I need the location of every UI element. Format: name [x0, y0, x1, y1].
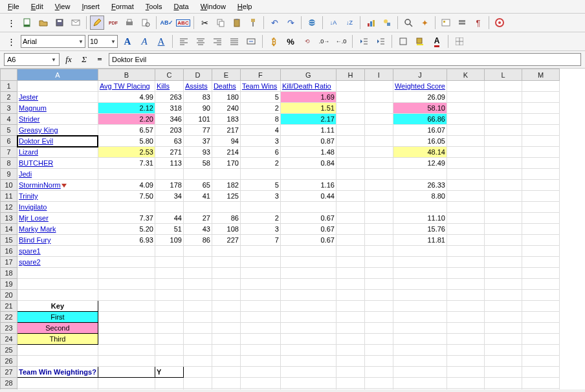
- col-header-E[interactable]: E: [212, 69, 240, 81]
- row-header-13[interactable]: 13: [1, 213, 17, 224]
- cell-I9[interactable]: [364, 169, 393, 180]
- player-Mjr Loser[interactable]: Mjr Loser: [17, 213, 98, 224]
- row-header-29[interactable]: 29: [1, 389, 17, 390]
- cell-F2[interactable]: 5: [240, 92, 280, 103]
- cell-E5[interactable]: 217: [212, 125, 240, 136]
- cell-G10[interactable]: 1.16: [280, 180, 336, 191]
- cell-D6[interactable]: 37: [183, 136, 212, 147]
- cell-E19[interactable]: [212, 279, 240, 290]
- cell-J2[interactable]: 26.09: [393, 92, 447, 103]
- cell-B2[interactable]: 4.99: [98, 92, 155, 103]
- italic-button[interactable]: A: [137, 34, 151, 49]
- header-L[interactable]: [484, 81, 522, 92]
- align-left-button[interactable]: [177, 34, 191, 49]
- cell-C16[interactable]: [155, 246, 183, 257]
- cell-B10[interactable]: 4.09: [98, 180, 155, 191]
- sort-desc-button[interactable]: ↓Z: [342, 16, 357, 30]
- cell-C9[interactable]: [155, 169, 183, 180]
- save-button[interactable]: [52, 16, 67, 30]
- cell-J28[interactable]: [393, 378, 447, 389]
- cell-E27[interactable]: [212, 367, 240, 378]
- cell-B17[interactable]: [98, 257, 155, 268]
- cell-L22[interactable]: [484, 312, 522, 323]
- cell-I23[interactable]: [364, 323, 393, 334]
- cell-C21[interactable]: [155, 301, 183, 312]
- cell-M17[interactable]: [522, 257, 559, 268]
- cell-M9[interactable]: [522, 169, 559, 180]
- cell-C22[interactable]: [155, 312, 183, 323]
- header-A[interactable]: [17, 81, 98, 92]
- cell-F15[interactable]: 7: [240, 235, 280, 246]
- cell-J18[interactable]: [393, 268, 447, 279]
- cell-F17[interactable]: [240, 257, 280, 268]
- cell-D19[interactable]: [183, 279, 212, 290]
- cell-F24[interactable]: [240, 334, 280, 345]
- menu-file[interactable]: File: [3, 1, 25, 12]
- cell-K28[interactable]: [447, 378, 484, 389]
- cell-C4[interactable]: 346: [155, 114, 183, 125]
- cell-D27[interactable]: [183, 367, 212, 378]
- cell-B13[interactable]: 7.37: [98, 213, 155, 224]
- cell-H22[interactable]: [336, 312, 364, 323]
- cell-J16[interactable]: [393, 246, 447, 257]
- cell-G2[interactable]: 1.69: [280, 92, 336, 103]
- cell-M25[interactable]: [522, 345, 559, 356]
- cell-M16[interactable]: [522, 246, 559, 257]
- player-Jedi[interactable]: Jedi: [17, 169, 98, 180]
- formula-input[interactable]: Doktor Evil: [109, 53, 581, 66]
- paste-button[interactable]: [230, 16, 244, 30]
- col-header-L[interactable]: L: [484, 69, 522, 81]
- cell-G16[interactable]: [280, 246, 336, 257]
- row-header-14[interactable]: 14: [1, 224, 17, 235]
- cell-L2[interactable]: [484, 92, 522, 103]
- cell-B24[interactable]: [98, 334, 155, 345]
- cell-D16[interactable]: [183, 246, 212, 257]
- bold-button[interactable]: A: [120, 34, 135, 49]
- cell-I11[interactable]: [364, 191, 393, 202]
- row-header-6[interactable]: 6: [1, 136, 17, 147]
- cell-D14[interactable]: 43: [183, 224, 212, 235]
- cell-I17[interactable]: [364, 257, 393, 268]
- cell-M26[interactable]: [522, 356, 559, 367]
- cell-A26[interactable]: [17, 356, 98, 367]
- header-K[interactable]: [447, 81, 484, 92]
- cell-L16[interactable]: [484, 246, 522, 257]
- cell-G3[interactable]: 1.51: [280, 103, 336, 114]
- player-Doktor Evil[interactable]: Doktor Evil: [17, 136, 98, 147]
- cell-D2[interactable]: 83: [183, 92, 212, 103]
- link-button[interactable]: [305, 16, 319, 30]
- datasources-button[interactable]: [455, 16, 469, 30]
- cell-M5[interactable]: [522, 125, 559, 136]
- cell-I5[interactable]: [364, 125, 393, 136]
- cell-B25[interactable]: [98, 345, 155, 356]
- cell-F4[interactable]: 8: [240, 114, 280, 125]
- cell-I22[interactable]: [364, 312, 393, 323]
- cell-E17[interactable]: [212, 257, 240, 268]
- add-decimal-button[interactable]: .0→: [317, 34, 331, 49]
- cell-H25[interactable]: [336, 345, 364, 356]
- cell-L21[interactable]: [484, 301, 522, 312]
- cell-D29[interactable]: [183, 389, 212, 390]
- cell-F23[interactable]: [240, 323, 280, 334]
- player-Invigilato[interactable]: Invigilato: [17, 202, 98, 213]
- cell-J17[interactable]: [393, 257, 447, 268]
- cell-J23[interactable]: [393, 323, 447, 334]
- player-Magnum[interactable]: Magnum: [17, 103, 98, 114]
- cell-K29[interactable]: [447, 389, 484, 390]
- cell-E20[interactable]: [212, 290, 240, 301]
- cell-I25[interactable]: [364, 345, 393, 356]
- cell-G5[interactable]: 1.11: [280, 125, 336, 136]
- row-header-20[interactable]: 20: [1, 290, 17, 301]
- cell-L5[interactable]: [484, 125, 522, 136]
- cell-I12[interactable]: [364, 202, 393, 213]
- player-Marky Mark[interactable]: Marky Mark: [17, 224, 98, 235]
- row-header-21[interactable]: 21: [1, 301, 17, 312]
- cell-C18[interactable]: [155, 268, 183, 279]
- player-Trinity[interactable]: Trinity: [17, 191, 98, 202]
- cell-M14[interactable]: [522, 224, 559, 235]
- help-button[interactable]: [492, 16, 507, 30]
- row-header-9[interactable]: 9: [1, 169, 17, 180]
- cell-D3[interactable]: 90: [183, 103, 212, 114]
- inc-indent-button[interactable]: [373, 34, 388, 49]
- cell-K9[interactable]: [447, 169, 484, 180]
